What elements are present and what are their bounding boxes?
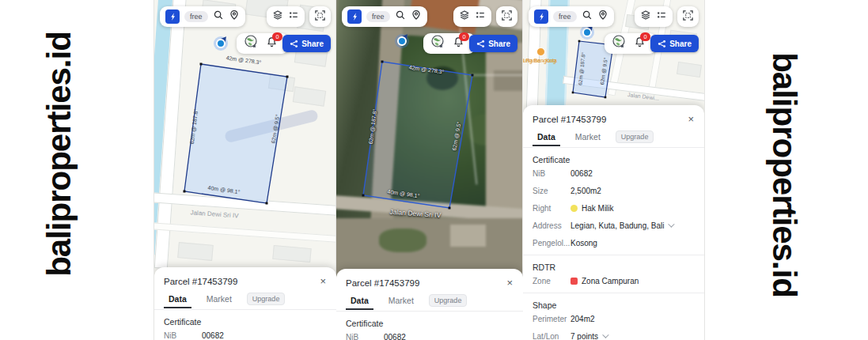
globe-icon[interactable] bbox=[243, 34, 259, 53]
share-icon bbox=[658, 40, 666, 48]
share-button[interactable]: Share bbox=[469, 35, 517, 52]
notification-count-badge: 0 bbox=[459, 32, 469, 41]
upgrade-badge[interactable]: Upgrade bbox=[616, 130, 654, 143]
free-plan-badge: free bbox=[366, 11, 390, 22]
notifications-bell[interactable]: 0 bbox=[453, 36, 464, 51]
sheet-tabs: Data Market Upgrade bbox=[346, 294, 514, 311]
tab-market[interactable]: Market bbox=[570, 131, 605, 146]
top-toolbar: free bbox=[529, 6, 699, 27]
area-select-pill bbox=[496, 6, 517, 27]
upgrade-badge[interactable]: Upgrade bbox=[429, 294, 468, 307]
tab-market[interactable]: Market bbox=[384, 295, 419, 310]
notifications-bell[interactable]: 0 bbox=[266, 36, 278, 51]
close-icon[interactable]: × bbox=[506, 278, 514, 288]
free-plan-badge: free bbox=[553, 11, 577, 22]
screenshot-satellite-view: 42m @ 278.3° 62m @ 187.8° 62m @ 9.5° 40m… bbox=[336, 0, 523, 340]
search-pill: free bbox=[160, 6, 245, 27]
area-select-pill bbox=[677, 6, 699, 27]
globe-icon[interactable] bbox=[611, 34, 627, 53]
area-select-icon[interactable] bbox=[682, 9, 694, 25]
brand-watermark-right: baliproperties.id bbox=[765, 52, 803, 297]
share-button[interactable]: Share bbox=[650, 35, 699, 52]
notifications-bell[interactable]: 0 bbox=[634, 36, 646, 51]
layers-icon[interactable] bbox=[640, 9, 651, 24]
row-size: Size 2,500m2 bbox=[533, 182, 695, 199]
row-pengelola: Pengelol... Kosong bbox=[533, 234, 695, 251]
map-tools-pill bbox=[267, 6, 305, 27]
search-icon[interactable] bbox=[395, 9, 406, 24]
globe-icon[interactable] bbox=[430, 34, 445, 53]
location-pin-icon[interactable] bbox=[597, 9, 608, 24]
search-icon[interactable] bbox=[582, 9, 593, 24]
chevron-down-icon[interactable] bbox=[669, 221, 675, 227]
parcel-bottom-sheet: Parcel #17453799 × Data Market Upgrade C… bbox=[336, 269, 523, 340]
brand-watermark-left: baliproperties.id bbox=[40, 32, 78, 277]
right-color-swatch bbox=[570, 205, 578, 212]
map-tools-pill bbox=[635, 6, 673, 27]
location-pin-icon[interactable] bbox=[411, 9, 422, 24]
close-icon[interactable]: × bbox=[687, 114, 695, 124]
secondary-toolbar: 0 Share bbox=[423, 33, 517, 54]
section-certificate: Certificate bbox=[164, 317, 327, 327]
row-latlon[interactable]: Lat/Lon 7 points bbox=[533, 327, 695, 340]
status-pill: 0 bbox=[237, 33, 289, 54]
tab-data[interactable]: Data bbox=[346, 295, 373, 310]
layers-icon[interactable] bbox=[272, 9, 283, 24]
notification-count-badge: 0 bbox=[640, 32, 650, 41]
search-icon[interactable] bbox=[213, 9, 224, 24]
sheet-tabs: Data Market Upgrade bbox=[533, 130, 695, 147]
notification-count-badge: 0 bbox=[272, 32, 282, 41]
chevron-down-icon[interactable] bbox=[602, 331, 608, 338]
parcel-title: Parcel #17453799 bbox=[164, 277, 319, 286]
row-nib: NiB 00682 bbox=[164, 327, 327, 340]
close-icon[interactable]: × bbox=[319, 276, 327, 286]
share-icon bbox=[476, 40, 485, 48]
zone-color-swatch bbox=[570, 278, 578, 285]
section-shape: Shape bbox=[533, 300, 695, 310]
section-rdtr: RDTR bbox=[533, 263, 695, 272]
tab-market[interactable]: Market bbox=[202, 293, 237, 308]
logo-icon[interactable] bbox=[165, 9, 180, 24]
layers-icon[interactable] bbox=[459, 9, 470, 24]
parcel-title: Parcel #17453799 bbox=[533, 115, 687, 124]
area-select-pill bbox=[309, 6, 331, 27]
area-select-icon[interactable] bbox=[314, 9, 326, 25]
logo-icon[interactable] bbox=[534, 9, 548, 24]
legend-list-icon[interactable] bbox=[656, 9, 667, 24]
parcel-title: Parcel #17453799 bbox=[346, 278, 506, 288]
section-certificate: Certificate bbox=[346, 319, 514, 328]
screenshot-map-view: 42m @ 278.3° 62m @ 187.8° 62m @ 9.5° 40m… bbox=[154, 0, 336, 340]
row-address[interactable]: Address Legian, Kuta, Badung, Bali bbox=[533, 217, 695, 234]
free-plan-badge: free bbox=[184, 11, 208, 22]
row-perimeter: Perimeter 204m2 bbox=[533, 310, 695, 327]
row-nib: NiB 00682 bbox=[533, 164, 695, 182]
top-toolbar: free bbox=[342, 6, 517, 27]
screenshot-parcel-details: 62m @ 187.8° 62m @ 9.5° Jalan Dewi... un… bbox=[523, 0, 704, 340]
upgrade-badge[interactable]: Upgrade bbox=[247, 293, 286, 305]
search-pill: free bbox=[529, 6, 614, 27]
section-certificate: Certificate bbox=[533, 155, 695, 164]
map-tools-pill bbox=[453, 6, 491, 27]
row-right: Right Hak Milik bbox=[533, 199, 695, 217]
poi-marker-icon[interactable] bbox=[536, 47, 545, 56]
secondary-toolbar: 0 Share bbox=[237, 33, 331, 54]
area-select-icon[interactable] bbox=[501, 9, 513, 25]
tab-data[interactable]: Data bbox=[164, 293, 191, 308]
location-pin-icon[interactable] bbox=[229, 9, 240, 24]
share-icon bbox=[290, 40, 298, 48]
row-zone: Zone Zona Campuran bbox=[533, 272, 695, 289]
legend-list-icon[interactable] bbox=[288, 9, 299, 24]
share-button[interactable]: Share bbox=[282, 35, 331, 52]
logo-icon[interactable] bbox=[347, 9, 362, 24]
parcel-bottom-sheet: Parcel #17453799 × Data Market Upgrade C… bbox=[154, 267, 336, 340]
top-toolbar: free bbox=[160, 6, 331, 27]
status-pill: 0 bbox=[423, 33, 476, 54]
tab-data[interactable]: Data bbox=[533, 131, 560, 146]
legend-list-icon[interactable] bbox=[475, 9, 486, 24]
current-location-indicator bbox=[580, 25, 594, 40]
status-pill: 0 bbox=[605, 33, 657, 54]
composite-screenshot: baliproperties.id baliproperties.id 42m … bbox=[0, 0, 868, 340]
row-nib: NiB 00682 bbox=[346, 328, 514, 340]
secondary-toolbar: 0 Share bbox=[605, 33, 699, 54]
search-pill: free bbox=[342, 6, 427, 27]
